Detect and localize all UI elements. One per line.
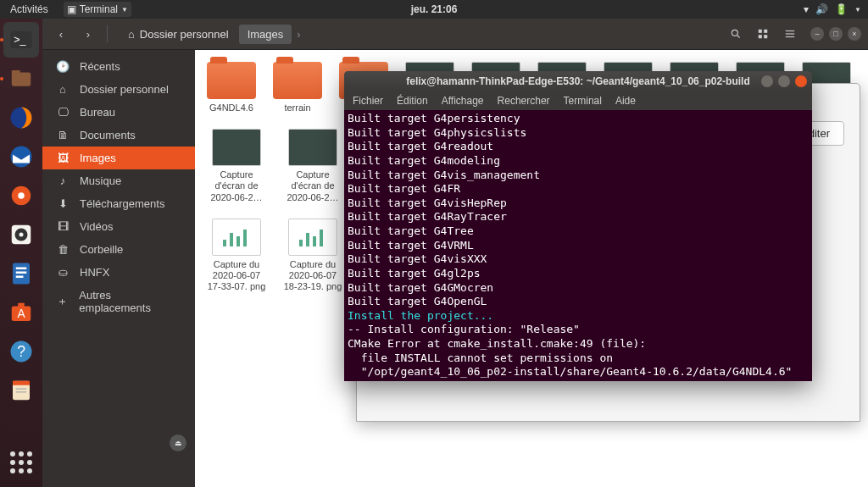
svg-rect-38	[313, 236, 316, 246]
dock-thunderbird[interactable]	[3, 139, 39, 174]
app-menu[interactable]: ▣ Terminal ▼	[64, 2, 131, 17]
sidebar-item-dossier-personnel[interactable]: ⌂Dossier personnel	[42, 78, 195, 101]
hamburger-button[interactable]	[778, 22, 802, 46]
svg-rect-12	[16, 268, 27, 270]
svg-rect-22	[16, 391, 27, 392]
dock-app[interactable]	[3, 178, 39, 213]
svg-text:?: ?	[17, 343, 25, 360]
menu-fichier[interactable]: Fichier	[353, 95, 383, 107]
battery-icon: 🔋	[835, 3, 848, 15]
sidebar-item-bureau[interactable]: 🖵Bureau	[42, 101, 195, 124]
svg-rect-34	[236, 236, 240, 246]
network-icon: ▾	[804, 3, 809, 15]
term-close-button[interactable]	[795, 75, 807, 87]
svg-line-24	[737, 36, 740, 38]
terminal-icon: ▣	[67, 3, 76, 15]
svg-rect-36	[299, 240, 303, 246]
trash-icon: 🗑	[56, 243, 70, 256]
svg-point-10	[19, 233, 24, 237]
menu-terminal[interactable]: Terminal	[564, 95, 602, 107]
term-max-button[interactable]	[778, 75, 790, 87]
file-item[interactable]: Capture d'écran de 2020-06-2…	[207, 129, 266, 203]
file-label: Capture d'écran de 2020-06-2…	[283, 169, 342, 203]
dock-files[interactable]	[3, 61, 39, 97]
file-label: Capture du 2020-06-07 17-33-07. png	[207, 259, 266, 293]
svg-rect-32	[223, 240, 226, 246]
eject-icon[interactable]: ⏏	[170, 434, 186, 451]
dock-firefox[interactable]	[3, 100, 39, 136]
sidebar-item-téléchargements[interactable]: ⬇Téléchargements	[42, 192, 195, 215]
files-toolbar: ‹ › ⌂ Dossier personnel Images › – □ ×	[42, 19, 868, 50]
file-label: Capture du 2020-06-07 18-23-19. png	[283, 259, 342, 293]
chevron-down-icon: ▼	[854, 6, 861, 14]
view-grid-button[interactable]	[751, 22, 775, 46]
svg-rect-3	[12, 70, 20, 75]
term-min-button[interactable]	[761, 75, 773, 87]
file-item[interactable]: Capture du 2020-06-07 18-23-19. png	[283, 219, 342, 293]
sidebar-item-images[interactable]: 🖼Images	[42, 147, 195, 169]
app-name: Terminal	[80, 3, 118, 15]
menu-affichage[interactable]: Affichage	[442, 95, 484, 107]
menu-édition[interactable]: Édition	[397, 95, 428, 107]
window-min-button[interactable]: –	[810, 27, 824, 41]
svg-text:>_: >_	[14, 34, 26, 46]
dock-notes[interactable]	[3, 373, 39, 408]
sidebar-item-hnfx[interactable]: ⛀HNFX	[42, 261, 195, 284]
sidebar-item-vidéos[interactable]: 🎞Vidéos	[42, 215, 195, 238]
sidebar-item-musique[interactable]: ♪Musique	[42, 169, 195, 192]
image-thumb	[288, 219, 337, 256]
terminal-window: felix@hamann-ThinkPad-Edge-E530: ~/Geant…	[344, 71, 812, 381]
menu-aide[interactable]: Aide	[615, 95, 636, 107]
file-item[interactable]: G4NDL4.6	[207, 62, 256, 113]
terminal-titlebar[interactable]: felix@hamann-ThinkPad-Edge-E530: ~/Geant…	[344, 71, 812, 91]
window-max-button[interactable]: □	[829, 27, 843, 41]
dock-writer[interactable]	[3, 256, 39, 291]
back-button[interactable]: ‹	[49, 22, 73, 46]
plus-icon: ＋	[56, 294, 69, 309]
chevron-right-icon: ›	[297, 28, 300, 41]
menu-rechercher[interactable]: Rechercher	[498, 95, 550, 107]
file-item[interactable]: Capture d'écran de 2020-06-2…	[283, 129, 342, 203]
dock-terminal[interactable]: >_	[3, 22, 39, 58]
folder-icon	[273, 62, 322, 99]
sidebar-item-corbeille[interactable]: 🗑Corbeille	[42, 238, 195, 261]
dock-software[interactable]: A	[3, 295, 39, 330]
search-button[interactable]	[724, 22, 748, 46]
crumb-current[interactable]: Images	[239, 25, 292, 44]
clock[interactable]: jeu. 21:06	[411, 3, 458, 15]
sidebar-item-documents[interactable]: 🗎Documents	[42, 124, 195, 147]
file-label: terrain	[273, 102, 322, 113]
files-sidebar: 🕑Récents⌂Dossier personnel🖵Bureau🗎Docume…	[42, 50, 195, 487]
file-item[interactable]: Capture du 2020-06-07 17-33-07. png	[207, 219, 266, 293]
svg-rect-25	[759, 30, 762, 33]
file-item[interactable]: terrain	[273, 62, 322, 113]
file-label: G4NDL4.6	[207, 102, 256, 113]
terminal-menubar: FichierÉditionAffichageRechercherTermina…	[344, 91, 812, 110]
desktop-icon: 🖵	[56, 106, 70, 119]
image-icon: 🖼	[56, 152, 70, 164]
svg-rect-28	[764, 35, 767, 38]
forward-button[interactable]: ›	[76, 22, 100, 46]
dock-help[interactable]: ?	[3, 334, 39, 369]
dock-apps[interactable]	[3, 445, 39, 480]
crumb-home[interactable]: ⌂ Dossier personnel	[120, 25, 237, 44]
status-area[interactable]: ▾ 🔊 🔋 ▼	[804, 3, 861, 15]
window-close-button[interactable]: ×	[848, 27, 861, 41]
sidebar-item-récents[interactable]: 🕑Récents	[42, 55, 195, 78]
file-label: Capture d'écran de 2020-06-2…	[207, 169, 266, 203]
image-thumb	[212, 129, 261, 166]
activities-button[interactable]: Activités	[7, 2, 52, 17]
dock-rhythmbox[interactable]	[3, 217, 39, 252]
download-icon: ⬇	[56, 197, 70, 210]
sidebar-item-autres-emplacements[interactable]: ＋Autres emplacements	[42, 284, 195, 319]
svg-text:A: A	[17, 307, 25, 320]
terminal-title: felix@hamann-ThinkPad-Edge-E530: ~/Geant…	[406, 75, 750, 87]
svg-rect-26	[764, 30, 767, 33]
terminal-output[interactable]: Built target G4persistency Built target …	[344, 110, 812, 381]
svg-rect-35	[243, 230, 247, 246]
svg-rect-39	[320, 230, 323, 246]
image-thumb	[212, 219, 261, 256]
svg-rect-21	[16, 389, 27, 390]
home-icon: ⌂	[56, 83, 70, 96]
clock-icon: 🕑	[56, 60, 70, 73]
